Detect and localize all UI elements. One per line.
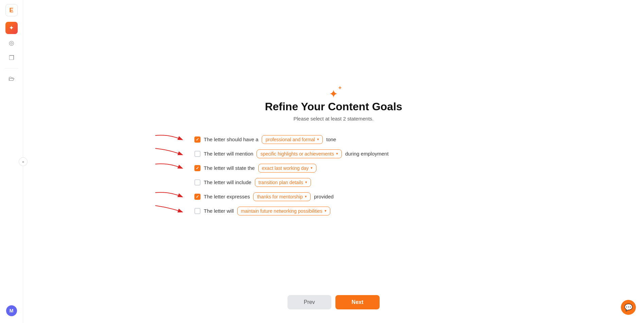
dropdown-transition[interactable]: transition plan details ▾ [255,178,311,187]
option-prefix-mentorship: The letter expresses [204,194,250,199]
option-prefix-networking: The letter will [204,208,234,214]
option-row-transition: The letter will include transition plan … [194,178,473,187]
dropdown-networking[interactable]: maintain future networking possibilities… [237,207,330,215]
sidebar-item-copy[interactable]: ❐ [5,52,18,64]
bottom-bar: Prev Next [288,295,380,309]
checkbox-mentorship[interactable] [194,194,201,200]
arrow-tone [150,133,188,146]
sidebar-item-sparkle[interactable]: ✦ [5,22,18,34]
dropdown-lastday[interactable]: exact last working day ▾ [258,164,317,173]
arrow-mentorship [150,190,188,204]
sidebar-item-headphones[interactable]: ◎ [5,37,18,49]
sidebar-bottom: M [6,305,17,316]
app-logo[interactable]: E [5,4,18,16]
dropdown-tone[interactable]: professional and formal ▾ [262,135,323,144]
checkbox-tone[interactable] [194,136,201,143]
sidebar-divider [5,68,18,68]
dropdown-mentorship[interactable]: thanks for mentorship ▾ [253,192,311,201]
option-row-highlights: The letter will mention specific highlig… [194,149,473,158]
option-prefix-tone: The letter should have a [204,136,259,142]
main-content: Refine Your Content Goals Please select … [23,0,644,323]
chevron-down-icon: ▾ [317,137,319,142]
sidebar-collapse-button[interactable]: » [19,157,28,166]
arrow-networking [150,204,188,218]
option-row-lastday: The letter will state the exact last wor… [194,164,473,173]
checkbox-lastday[interactable] [194,165,201,171]
options-list: The letter should have a professional an… [194,135,473,215]
sparkle-icon [329,87,338,100]
arrow-highlights [150,147,188,161]
sidebar-item-folder[interactable]: 🗁 [5,72,18,85]
option-prefix-highlights: The letter will mention [204,151,254,157]
avatar[interactable]: M [6,305,17,316]
option-row-tone: The letter should have a professional an… [194,135,473,144]
prev-button[interactable]: Prev [288,295,331,309]
support-bubble[interactable]: 💬 [621,300,636,315]
option-suffix-tone: tone [326,136,336,142]
chevron-down-icon: ▾ [305,180,307,184]
content-card: Refine Your Content Goals Please select … [194,87,473,236]
option-suffix-highlights: during employment [345,151,389,157]
next-button[interactable]: Next [335,295,380,309]
chevron-down-icon: ▾ [336,151,338,156]
chevron-down-icon: ▾ [305,194,307,199]
option-row-networking: The letter will maintain future networki… [194,207,473,215]
option-suffix-mentorship: provided [314,194,334,199]
checkbox-networking[interactable] [194,208,201,214]
dropdown-highlights[interactable]: specific highlights or achievements ▾ [257,149,342,158]
checkbox-highlights[interactable] [194,151,201,157]
support-icon: 💬 [624,303,633,311]
option-prefix-transition: The letter will include [204,179,251,185]
option-prefix-lastday: The letter will state the [204,165,255,171]
checkbox-transition[interactable] [194,179,201,185]
arrow-lastday [150,161,188,175]
page-title: Refine Your Content Goals [265,100,402,113]
page-subtitle: Please select at least 2 statements. [294,116,374,122]
option-row-mentorship: The letter expresses thanks for mentorsh… [194,192,473,201]
sidebar: E ✦ ◎ ❐ 🗁 » M [0,0,23,323]
chevron-down-icon: ▾ [311,166,313,170]
chevron-down-icon: ▾ [325,209,327,213]
